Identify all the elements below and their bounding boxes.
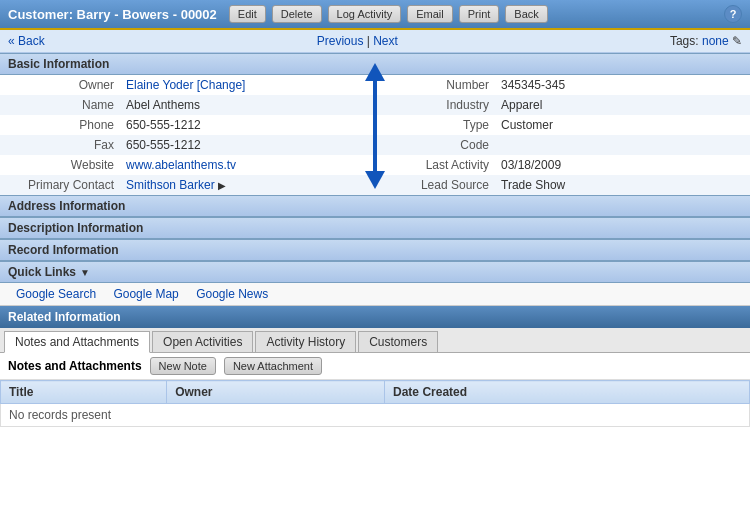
phone-label: Phone xyxy=(0,115,120,135)
basic-info-header: Basic Information xyxy=(0,53,750,75)
lead-source-label: Lead Source xyxy=(375,175,495,195)
tags-label: Tags xyxy=(670,34,695,48)
table-row: Phone 650-555-1212 Type Customer xyxy=(0,115,750,135)
back-button[interactable]: Back xyxy=(505,5,547,23)
tags-edit-icon[interactable]: ✎ xyxy=(732,34,742,48)
code-label: Code xyxy=(375,135,495,155)
page-title: Customer: Barry - Bowers - 00002 xyxy=(8,7,217,22)
description-info-header[interactable]: Description Information xyxy=(0,217,750,239)
notes-table: Title Owner Date Created No records pres… xyxy=(0,380,750,427)
google-news-link[interactable]: Google News xyxy=(196,287,268,301)
primary-contact-value: Smithson Barker ▶ xyxy=(120,175,375,195)
industry-label: Industry xyxy=(375,95,495,115)
table-row: Primary Contact Smithson Barker ▶ Lead S… xyxy=(0,175,750,195)
log-activity-button[interactable]: Log Activity xyxy=(328,5,402,23)
phone-value: 650-555-1212 xyxy=(120,115,375,135)
google-map-link[interactable]: Google Map xyxy=(113,287,178,301)
quick-links-header[interactable]: Quick Links ▼ xyxy=(0,261,750,283)
fax-label: Fax xyxy=(0,135,120,155)
basic-info-table: Owner Elaine Yoder [Change] Number 34534… xyxy=(0,75,750,195)
owner-label: Owner xyxy=(0,75,120,95)
help-icon[interactable]: ? xyxy=(724,5,742,23)
lead-source-value: Trade Show xyxy=(495,175,750,195)
owner-change-link[interactable]: [Change] xyxy=(197,78,246,92)
table-row: No records present xyxy=(1,404,750,427)
website-link[interactable]: www.abelanthems.tv xyxy=(126,158,236,172)
header-bar: Customer: Barry - Bowers - 00002 Edit De… xyxy=(0,0,750,30)
google-search-link[interactable]: Google Search xyxy=(16,287,96,301)
tabs-bar: Notes and Attachments Open Activities Ac… xyxy=(0,328,750,353)
notes-section-title: Notes and Attachments xyxy=(8,359,142,373)
table-header-row: Title Owner Date Created xyxy=(1,381,750,404)
primary-contact-link[interactable]: Smithson Barker xyxy=(126,178,215,192)
tab-customers[interactable]: Customers xyxy=(358,331,438,352)
col-date-created: Date Created xyxy=(385,381,750,404)
back-link[interactable]: « Back xyxy=(8,34,45,48)
tags-area: Tags: none ✎ xyxy=(670,34,742,48)
col-title: Title xyxy=(1,381,167,404)
fax-value: 650-555-1212 xyxy=(120,135,375,155)
new-attachment-button[interactable]: New Attachment xyxy=(224,357,322,375)
col-owner: Owner xyxy=(167,381,385,404)
table-row: Fax 650-555-1212 Code xyxy=(0,135,750,155)
number-label: Number xyxy=(375,75,495,95)
delete-button[interactable]: Delete xyxy=(272,5,322,23)
print-button[interactable]: Print xyxy=(459,5,500,23)
type-label: Type xyxy=(375,115,495,135)
last-activity-label: Last Activity xyxy=(375,155,495,175)
record-info-header[interactable]: Record Information xyxy=(0,239,750,261)
basic-info-section: Basic Information Owner Elaine Yoder [Ch… xyxy=(0,53,750,195)
owner-link[interactable]: Elaine Yoder xyxy=(126,78,193,92)
new-note-button[interactable]: New Note xyxy=(150,357,216,375)
table-row: Name Abel Anthems Industry Apparel xyxy=(0,95,750,115)
tab-notes-attachments[interactable]: Notes and Attachments xyxy=(4,331,150,353)
quick-links-arrow-icon: ▼ xyxy=(80,267,90,278)
primary-contact-label: Primary Contact xyxy=(0,175,120,195)
table-row: Owner Elaine Yoder [Change] Number 34534… xyxy=(0,75,750,95)
name-value: Abel Anthems xyxy=(120,95,375,115)
previous-link[interactable]: Previous xyxy=(317,34,364,48)
email-button[interactable]: Email xyxy=(407,5,453,23)
address-info-header[interactable]: Address Information xyxy=(0,195,750,217)
last-activity-value: 03/18/2009 xyxy=(495,155,750,175)
table-row: Website www.abelanthems.tv Last Activity… xyxy=(0,155,750,175)
no-records-message: No records present xyxy=(1,404,750,427)
tab-activity-history[interactable]: Activity History xyxy=(255,331,356,352)
quick-links-body: Google Search Google Map Google News xyxy=(0,283,750,306)
industry-value: Apparel xyxy=(495,95,750,115)
quick-links-label: Quick Links xyxy=(8,265,76,279)
tab-open-activities[interactable]: Open Activities xyxy=(152,331,253,352)
website-label: Website xyxy=(0,155,120,175)
name-label: Name xyxy=(0,95,120,115)
edit-button[interactable]: Edit xyxy=(229,5,266,23)
type-value: Customer xyxy=(495,115,750,135)
code-value xyxy=(495,135,750,155)
tags-value[interactable]: none xyxy=(702,34,729,48)
notes-actions-bar: Notes and Attachments New Note New Attac… xyxy=(0,353,750,380)
primary-contact-ext-icon: ▶ xyxy=(218,180,226,191)
next-link[interactable]: Next xyxy=(373,34,398,48)
owner-value: Elaine Yoder [Change] xyxy=(120,75,375,95)
number-value: 345345-345 xyxy=(495,75,750,95)
pagination: Previous | Next xyxy=(317,34,398,48)
related-info-header: Related Information xyxy=(0,306,750,328)
nav-bar: « Back Previous | Next Tags: none ✎ xyxy=(0,30,750,53)
website-value: www.abelanthems.tv xyxy=(120,155,375,175)
